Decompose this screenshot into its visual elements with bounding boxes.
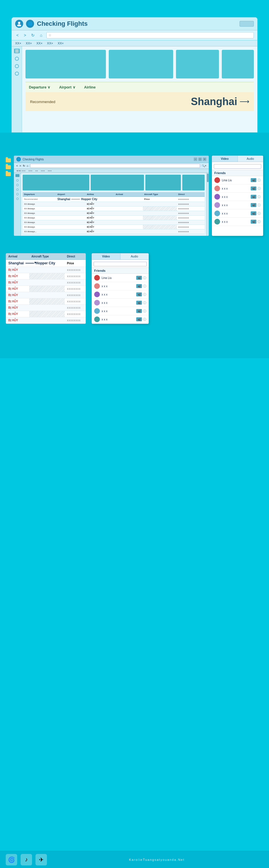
airport-filter[interactable]: Airport ∨ <box>59 85 75 89</box>
friend-info-button-4[interactable]: ⓘ <box>258 203 261 207</box>
zoomed-recommended-row[interactable]: Shanghai Hopper City Price <box>6 260 86 267</box>
bookmark-4[interactable]: XX× <box>47 41 53 45</box>
folder-icon-3[interactable] <box>6 172 11 176</box>
friend-item-6[interactable]: x x x 📹 ⓘ <box>212 218 263 226</box>
home-button[interactable]: ⌂ <box>39 32 43 38</box>
table-row[interactable]: XX Airways BỊ HỦY xxxxxxxx <box>23 225 205 229</box>
small-circle-2[interactable] <box>16 184 19 186</box>
taskbar-icon-2[interactable]: ♪ <box>21 854 32 865</box>
small-bookmark-4[interactable]: ××× <box>41 169 45 172</box>
zoomed-row-3[interactable]: BỊ HỦY xxxxxxxx <box>6 279 86 286</box>
bottom-friend-5[interactable]: x x x 📹 ⓘ <box>92 307 148 315</box>
bottom-info-btn-4[interactable]: ⓘ <box>143 301 146 305</box>
friend-video-button-4[interactable]: 📹 <box>251 203 257 207</box>
destination-image-2[interactable] <box>109 50 173 79</box>
sidebar-circle-2[interactable] <box>15 64 19 68</box>
zoomed-row-4[interactable]: BỊ HỦY xxxxxxxx <box>6 286 86 292</box>
friend-item-2[interactable]: x x x 📹 ⓘ <box>212 184 263 193</box>
video-tab[interactable]: Video <box>212 156 238 162</box>
destination-image-4[interactable] <box>222 50 254 79</box>
bottom-info-btn-6[interactable]: ⓘ <box>143 317 146 321</box>
small-back-button[interactable]: < <box>16 164 18 167</box>
zoomed-row-7[interactable]: BỊ HỦY xxxxxxxx <box>6 305 86 311</box>
small-dest-img-1[interactable] <box>23 175 89 190</box>
zoomed-row-5[interactable]: BỊ HỦY xxxxxxxx <box>6 292 86 299</box>
bottom-info-btn-3[interactable]: ⓘ <box>143 292 146 297</box>
small-dest-img-3[interactable] <box>145 175 181 190</box>
friend-info-button-2[interactable]: ⓘ <box>258 186 261 191</box>
bottom-info-btn-5[interactable]: ⓘ <box>143 309 146 313</box>
table-row[interactable]: XX Airways BỊ HỦY xxxxxxxx <box>23 220 205 225</box>
bottom-video-btn-5[interactable]: 📹 <box>136 309 142 313</box>
small-bookmark-3[interactable]: ×× <box>35 169 38 172</box>
back-button[interactable]: < <box>15 32 20 38</box>
small-dest-img-2[interactable] <box>91 175 144 190</box>
minimize-button[interactable]: − <box>194 157 197 161</box>
bottom-friend-linaliu[interactable]: Lina Liu 📹 ⓘ <box>92 274 148 282</box>
friend-info-button-5[interactable]: ⓘ <box>258 211 261 216</box>
friend-item-3[interactable]: x x x 📹 ⓘ <box>212 193 263 201</box>
departure-filter[interactable]: Departure ∨ <box>29 85 51 89</box>
bottom-video-btn-2[interactable]: 📹 <box>136 284 142 288</box>
folder-icon-1[interactable] <box>6 158 11 162</box>
friend-info-button-3[interactable]: ⓘ <box>258 195 261 199</box>
table-row[interactable]: XX Airways... BỊ HỦY xxxxxxxx <box>23 229 205 234</box>
small-forward-button[interactable]: > <box>20 164 21 167</box>
browser-title-button[interactable] <box>239 21 254 27</box>
airline-filter[interactable]: Airline <box>84 85 96 89</box>
bottom-video-tab[interactable]: Video <box>92 253 121 259</box>
bottom-video-btn-6[interactable]: 📹 <box>136 317 142 321</box>
small-bookmark-5[interactable]: ××× <box>48 169 52 172</box>
small-search-button[interactable]: 🔍+ <box>202 164 206 167</box>
small-bookmark-1[interactable]: ≪≪ ××× <box>16 169 26 172</box>
destination-image-3[interactable] <box>176 50 219 79</box>
small-menu-icon[interactable] <box>15 174 20 177</box>
small-circle-4[interactable] <box>16 193 19 195</box>
small-circle-1[interactable] <box>16 179 19 182</box>
recommended-row[interactable]: Recommended Shanghai Hopper City P <box>23 197 205 202</box>
bottom-friend-6[interactable]: x x x 📹 ⓘ <box>92 315 148 323</box>
refresh-button[interactable]: ↻ <box>30 32 36 38</box>
friend-info-button-6[interactable]: ⓘ <box>258 220 261 224</box>
zoomed-row-8[interactable]: BỊ HỦY xxxxxxxx <box>6 311 86 317</box>
bottom-info-btn-linaliu[interactable]: ⓘ <box>143 276 146 280</box>
table-row[interactable]: XX Airways BỊ HỦY xxxxxxxx <box>23 216 205 220</box>
zoomed-row-2[interactable]: BỊ HỦY xxxxxxxx <box>6 273 86 279</box>
small-circle-5[interactable] <box>16 197 19 200</box>
close-button[interactable]: × <box>203 157 206 161</box>
bottom-friend-4[interactable]: x x x 📹 ⓘ <box>92 299 148 307</box>
scroll-thumb[interactable] <box>207 174 209 182</box>
friend-video-button-3[interactable]: 📹 <box>251 195 257 199</box>
friend-video-button-2[interactable]: 📹 <box>251 186 257 190</box>
sidebar-circle-3[interactable] <box>15 71 19 75</box>
zoomed-row-9[interactable]: BỊ HỦY xxxxxxxx <box>6 317 86 323</box>
taskbar-icon-1[interactable]: 🌀 <box>6 854 17 865</box>
friend-item-linaliu[interactable]: Lina Liu 📹 ⓘ <box>212 176 263 184</box>
address-bar[interactable]: ☆ <box>46 32 254 38</box>
bookmark-5[interactable]: XX× <box>58 41 64 45</box>
sidebar-circle-1[interactable] <box>15 57 19 61</box>
friend-item-5[interactable]: x x x 📹 ⓘ <box>212 209 263 218</box>
bottom-info-btn-2[interactable]: ⓘ <box>143 284 146 288</box>
taskbar-icon-3[interactable]: ✈ <box>35 854 47 865</box>
friend-info-button-linaliu[interactable]: ⓘ <box>258 178 261 182</box>
friend-video-button-5[interactable]: 📹 <box>251 211 257 215</box>
bottom-search-input[interactable] <box>94 262 147 266</box>
table-row[interactable]: XX Airways BỊ HỦY xxxxxxxx <box>23 211 205 216</box>
destination-image-1[interactable] <box>26 50 106 79</box>
bottom-audio-tab[interactable]: Audio <box>121 253 149 259</box>
table-row[interactable]: XX Airways BỊ HỦY xxxxxxxx <box>23 202 205 207</box>
small-circle-3[interactable] <box>16 188 19 191</box>
scrollbar[interactable] <box>206 173 209 236</box>
bookmark-3[interactable]: XX× <box>36 41 42 45</box>
sidebar-menu-icon[interactable] <box>14 49 20 53</box>
friend-video-button-linaliu[interactable]: 📹 <box>251 178 257 182</box>
table-row[interactable]: XX Airways BỊ HỦY xxxxxxxx <box>23 207 205 211</box>
bottom-friend-2[interactable]: x x x 📹 ⓘ <box>92 282 148 290</box>
bottom-video-btn-linaliu[interactable]: 📹 <box>136 276 142 280</box>
zoomed-row-6[interactable]: BỊ HỦY xxxxxxxx <box>6 299 86 305</box>
bookmark-2[interactable]: XX× <box>26 41 32 45</box>
zoomed-row-1[interactable]: BỊ HỦY xxxxxxxx <box>6 267 86 273</box>
bottom-video-btn-3[interactable]: 📹 <box>136 292 142 297</box>
forward-button[interactable]: > <box>23 32 27 38</box>
